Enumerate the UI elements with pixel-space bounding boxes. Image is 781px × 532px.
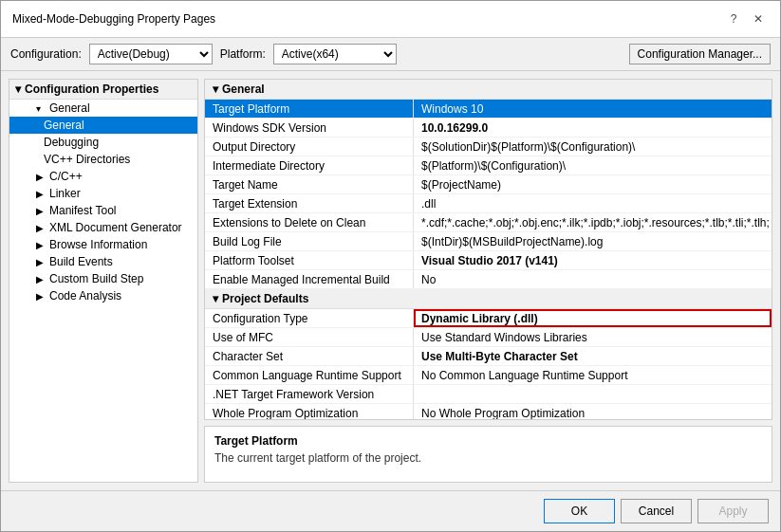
prop-row-target-ext[interactable]: Target Extension .dll: [205, 194, 772, 213]
tree-arrow-linker: ▶: [36, 189, 46, 199]
tree-label-selected: General: [44, 119, 84, 132]
prop-value-build-log: $(IntDir)$(MSBuildProjectName).log: [414, 232, 772, 250]
prop-value-target-ext: .dll: [414, 194, 772, 212]
prop-value-target-platform: Windows 10: [414, 100, 772, 118]
tree-label-xml: XML Document Generator: [49, 221, 182, 234]
prop-row-sdk-version[interactable]: Windows SDK Version 10.0.16299.0: [205, 119, 772, 138]
tree-label-build-events: Build Events: [49, 255, 113, 268]
tree-item-browse-info[interactable]: ▶ Browse Information: [9, 236, 197, 253]
apply-button[interactable]: Apply: [697, 499, 769, 523]
tree-item-xml-doc[interactable]: ▶ XML Document Generator: [9, 219, 197, 236]
prop-row-clr[interactable]: Common Language Runtime Support No Commo…: [205, 366, 772, 385]
tree-item-debugging[interactable]: Debugging: [9, 134, 197, 151]
tree-arrow-browse: ▶: [36, 240, 46, 250]
tree-arrow-code-analysis: ▶: [36, 291, 46, 302]
title-bar: Mixed-Mode-Debugging Property Pages ? ✕: [1, 1, 780, 38]
tree-label-browse: Browse Information: [49, 238, 147, 251]
prop-row-net-target[interactable]: .NET Target Framework Version: [205, 385, 772, 404]
tree-arrow-cpp: ▶: [36, 172, 46, 182]
prop-row-managed-incremental[interactable]: Enable Managed Incremental Build No: [205, 270, 772, 289]
tree-collapse-icon: ▾: [15, 83, 21, 96]
tree-arrow-build-events: ▶: [36, 257, 46, 267]
info-title: Target Platform: [214, 434, 762, 448]
dialog-title: Mixed-Mode-Debugging Property Pages: [12, 12, 215, 26]
tree-item-build-events[interactable]: ▶ Build Events: [9, 253, 197, 270]
prop-value-intermediate-dir: $(Platform)\$(Configuration)\: [414, 156, 772, 174]
prop-value-managed-incremental: No: [414, 270, 772, 288]
prop-row-char-set[interactable]: Character Set Use Multi-Byte Character S…: [205, 347, 772, 366]
platform-label: Platform:: [220, 47, 266, 61]
tree-item-linker[interactable]: ▶ Linker: [9, 185, 197, 202]
general-section-label: General: [222, 83, 265, 96]
project-defaults-section-header: ▾ Project Defaults: [205, 289, 772, 309]
tree-label-cpp: C/C++: [49, 170, 83, 183]
tree-section-label: Configuration Properties: [25, 83, 158, 96]
tree-label-custom-build: Custom Build Step: [49, 272, 143, 285]
prop-value-whole-program: No Whole Program Optimization: [414, 404, 772, 420]
prop-row-extensions-clean[interactable]: Extensions to Delete on Clean *.cdf;*.ca…: [205, 213, 772, 232]
tree-item-code-analysis[interactable]: ▶ Code Analysis: [9, 287, 197, 304]
prop-name-sdk: Windows SDK Version: [205, 119, 414, 137]
prop-value-clr: No Common Language Runtime Support: [414, 366, 772, 384]
prop-value-config-type: Dynamic Library (.dll): [414, 309, 772, 327]
prop-name-platform-toolset: Platform Toolset: [205, 251, 414, 269]
tree-item-general[interactable]: ▾ General: [9, 100, 197, 117]
prop-name-net-target: .NET Target Framework Version: [205, 385, 414, 403]
title-bar-controls: ? ✕: [723, 9, 769, 29]
prop-name-use-mfc: Use of MFC: [205, 328, 414, 346]
prop-row-whole-program[interactable]: Whole Program Optimization No Whole Prog…: [205, 404, 772, 420]
general-collapse-icon: ▾: [213, 83, 218, 96]
info-desc: The current target platform of the proje…: [214, 451, 762, 465]
prop-name-managed-incremental: Enable Managed Incremental Build: [205, 270, 414, 288]
prop-name-target-platform: Target Platform: [205, 100, 414, 118]
tree-label-general: General: [49, 101, 90, 115]
prop-row-target-platform[interactable]: Target Platform Windows 10: [205, 100, 772, 119]
prop-name-output-dir: Output Directory: [205, 138, 414, 156]
close-button[interactable]: ✕: [748, 9, 769, 29]
prop-value-use-mfc: Use Standard Windows Libraries: [414, 328, 772, 346]
prop-value-sdk: 10.0.16299.0: [414, 119, 772, 137]
prop-name-clr: Common Language Runtime Support: [205, 366, 414, 384]
help-button[interactable]: ?: [723, 9, 744, 29]
dialog: Mixed-Mode-Debugging Property Pages ? ✕ …: [0, 0, 781, 532]
tree-label-vc-directories: VC++ Directories: [44, 153, 130, 166]
tree-item-cpp[interactable]: ▶ C/C++: [9, 168, 197, 185]
prop-row-config-type[interactable]: Configuration Type Dynamic Library (.dll…: [205, 309, 772, 328]
prop-row-build-log[interactable]: Build Log File $(IntDir)$(MSBuildProject…: [205, 232, 772, 251]
prop-value-extensions-clean: *.cdf;*.cache;*.obj;*.obj.enc;*.ilk;*.ip…: [414, 213, 772, 231]
tree-item-custom-build[interactable]: ▶ Custom Build Step: [9, 270, 197, 287]
config-label: Configuration:: [10, 47, 82, 61]
left-panel: ▾ Configuration Properties ▾ General Gen…: [9, 79, 198, 483]
platform-select[interactable]: Active(x64): [273, 44, 397, 64]
props-area: ▾ General Target Platform Windows 10 Win…: [204, 79, 772, 420]
tree-label-debugging: Debugging: [44, 136, 99, 149]
prop-value-platform-toolset: Visual Studio 2017 (v141): [414, 251, 772, 269]
tree-arrow-general: ▾: [36, 103, 46, 114]
prop-value-output-dir: $(SolutionDir)$(Platform)\$(Configuratio…: [414, 138, 772, 156]
project-defaults-label: Project Defaults: [222, 292, 308, 305]
cancel-button[interactable]: Cancel: [621, 499, 692, 523]
prop-value-net-target: [414, 385, 772, 403]
prop-name-target-name: Target Name: [205, 175, 414, 193]
ok-button[interactable]: OK: [544, 499, 615, 523]
tree-arrow-xml: ▶: [36, 223, 46, 233]
config-select[interactable]: Active(Debug): [89, 44, 213, 64]
tree-item-manifest-tool[interactable]: ▶ Manifest Tool: [9, 202, 197, 219]
prop-row-output-dir[interactable]: Output Directory $(SolutionDir)$(Platfor…: [205, 138, 772, 156]
prop-name-whole-program: Whole Program Optimization: [205, 404, 414, 420]
prop-row-target-name[interactable]: Target Name $(ProjectName): [205, 175, 772, 194]
config-manager-button[interactable]: Configuration Manager...: [629, 44, 771, 64]
prop-name-config-type: Configuration Type: [205, 309, 414, 327]
prop-row-platform-toolset[interactable]: Platform Toolset Visual Studio 2017 (v14…: [205, 251, 772, 270]
toolbar: Configuration: Active(Debug) Platform: A…: [1, 38, 780, 71]
prop-row-intermediate-dir[interactable]: Intermediate Directory $(Platform)\$(Con…: [205, 156, 772, 175]
prop-name-intermediate-dir: Intermediate Directory: [205, 156, 414, 174]
tree-item-vc-directories[interactable]: VC++ Directories: [9, 151, 197, 168]
tree-section-header: ▾ Configuration Properties: [9, 80, 197, 100]
prop-row-use-mfc[interactable]: Use of MFC Use Standard Windows Librarie…: [205, 328, 772, 347]
tree-label-code-analysis: Code Analysis: [49, 289, 121, 303]
tree-item-general-selected[interactable]: General: [9, 117, 197, 134]
tree-arrow-custom-build: ▶: [36, 274, 46, 284]
tree-label-manifest: Manifest Tool: [49, 204, 116, 217]
tree-label-linker: Linker: [49, 187, 81, 200]
